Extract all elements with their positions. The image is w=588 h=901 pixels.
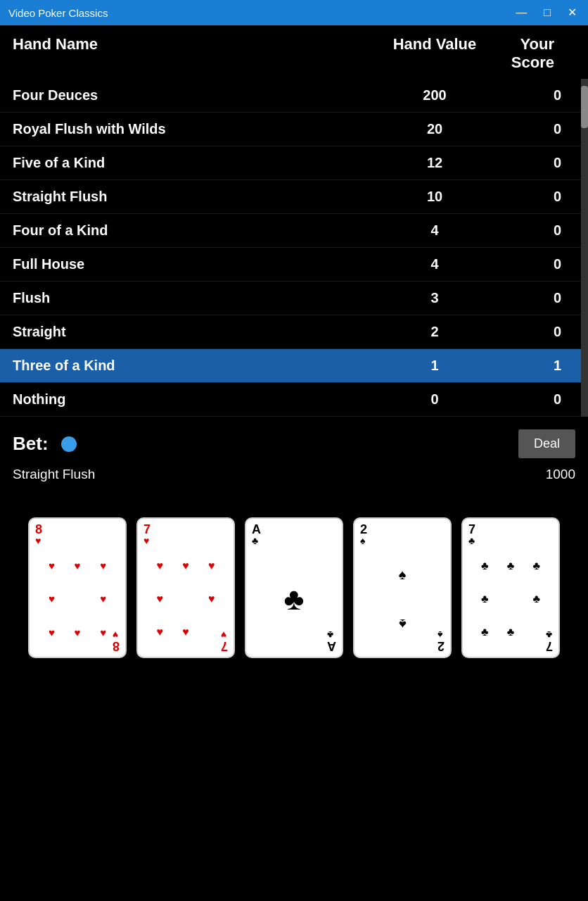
card-suit-top: ♥ (143, 536, 149, 546)
hand-row[interactable]: Five of a Kind 12 0 (0, 146, 588, 180)
header-hand-name: Hand Name (13, 35, 378, 72)
hand-score-cell: 0 (491, 222, 575, 239)
hand-value-cell: 200 (378, 87, 491, 103)
hand-value-cell: 1 (378, 358, 491, 374)
playing-card[interactable]: 2 ♠ ♠ ♠ 2 ♠ (353, 517, 452, 658)
hand-row[interactable]: Full House 4 0 (0, 248, 588, 282)
hand-value-cell: 3 (378, 290, 491, 306)
hand-rows: Four Deuces 200 0 Royal Flush with Wilds… (0, 79, 588, 417)
hand-score-cell: 0 (491, 87, 575, 103)
card-rank-bottom: 8 (113, 640, 120, 653)
card-suit-bottom: ♥ (113, 630, 118, 640)
header-your-score: Your Score (491, 35, 575, 72)
title-bar: Video Poker Classics — □ ✕ (0, 0, 588, 25)
playing-card[interactable]: A ♣ ♣ A ♣ (245, 517, 343, 658)
hand-name-cell: Straight Flush (13, 189, 378, 205)
close-button[interactable]: ✕ (565, 7, 580, 18)
card-suit-top: ♣ (468, 536, 475, 546)
playing-card[interactable]: 7 ♥ ♥ ♥ ♥ ♥ ♥ ♥ ♥ 7 ♥ (136, 517, 235, 658)
hand-name-cell: Royal Flush with Wilds (13, 121, 378, 137)
minimize-button[interactable]: — (513, 7, 530, 18)
card-suit-bottom: ♣ (546, 630, 552, 640)
card-center: ♣ ♣ ♣ ♣ ♣ ♣ ♣ (468, 546, 553, 653)
hand-score-cell: 0 (491, 290, 575, 306)
deal-button[interactable]: Deal (518, 429, 575, 458)
hand-value-cell: 12 (378, 155, 491, 171)
hand-value-cell: 4 (378, 256, 491, 272)
playing-card[interactable]: 8 ♥ ♥ ♥ ♥ ♥ ♥ ♥ ♥ ♥ 8 ♥ (28, 517, 127, 658)
card-rank: 7 (143, 523, 151, 536)
playing-card[interactable]: 7 ♣ ♣ ♣ ♣ ♣ ♣ ♣ ♣ 7 ♣ (461, 517, 560, 658)
hand-value-cell: 4 (378, 222, 491, 239)
hand-value-cell: 2 (378, 324, 491, 340)
card-corner-bottom: A ♣ (327, 630, 336, 653)
card-corner-bottom: 8 ♥ (113, 630, 120, 653)
card-corner-top: A ♣ (252, 523, 336, 546)
main-content: Hand Name Hand Value Your Score Four Deu… (0, 25, 588, 686)
hand-row[interactable]: Royal Flush with Wilds 20 0 (0, 113, 588, 146)
hand-row[interactable]: Straight Flush 10 0 (0, 180, 588, 214)
bet-slider-container (69, 443, 504, 446)
hand-name-cell: Nothing (13, 391, 378, 408)
card-center: ♥ ♥ ♥ ♥ ♥ ♥ ♥ (143, 546, 228, 653)
card-suit-bottom: ♠ (437, 630, 442, 640)
hand-name-cell: Four of a Kind (13, 222, 378, 239)
hand-value-cell: 20 (378, 121, 491, 137)
hand-score-cell: 0 (491, 121, 575, 137)
maximize-button[interactable]: □ (541, 7, 554, 18)
bet-section: Bet: Deal (0, 417, 588, 464)
card-suit-top: ♣ (252, 536, 258, 546)
hand-table: Four Deuces 200 0 Royal Flush with Wilds… (0, 79, 588, 417)
hand-row[interactable]: Flush 3 0 (0, 282, 588, 315)
card-corner-bottom: 2 ♠ (437, 630, 445, 653)
card-suit-bottom: ♥ (221, 630, 226, 640)
hand-name-cell: Three of a Kind (13, 358, 378, 374)
hand-row[interactable]: Four Deuces 200 0 (0, 79, 588, 113)
card-suit-bottom: ♣ (327, 630, 333, 640)
card-rank: 2 (360, 523, 367, 536)
card-corner-top: 8 ♥ (35, 523, 120, 546)
scrollbar[interactable] (581, 79, 588, 417)
hand-value-cell: 10 (378, 189, 491, 205)
card-corner-top: 7 ♣ (468, 523, 553, 546)
hand-score-cell: 0 (491, 155, 575, 171)
bet-slider-thumb[interactable] (61, 436, 77, 452)
hand-row[interactable]: Straight 2 0 (0, 315, 588, 349)
card-center: ♠ ♠ (360, 546, 445, 653)
current-hand-label: Straight Flush (13, 467, 95, 482)
card-rank-bottom: 7 (221, 640, 228, 653)
hand-value-cell: 0 (378, 391, 491, 408)
hand-row[interactable]: Three of a Kind 1 1 (0, 349, 588, 383)
cards-area: 8 ♥ ♥ ♥ ♥ ♥ ♥ ♥ ♥ ♥ 8 ♥ 7 ♥ ♥ ♥ ♥ (0, 496, 588, 686)
hand-score-cell: 0 (491, 189, 575, 205)
scrollbar-thumb[interactable] (581, 86, 588, 128)
hand-score-cell: 1 (491, 358, 575, 374)
table-header: Hand Name Hand Value Your Score (0, 25, 588, 79)
hand-name-cell: Straight (13, 324, 378, 340)
card-rank-bottom: A (327, 640, 336, 653)
card-suit-top: ♥ (35, 536, 41, 546)
card-corner-bottom: 7 ♣ (546, 630, 553, 653)
header-hand-value: Hand Value (378, 35, 491, 72)
card-corner-top: 2 ♠ (360, 523, 445, 546)
window-title: Video Poker Classics (8, 7, 108, 19)
card-rank: A (252, 523, 261, 536)
info-row: Straight Flush 1000 (0, 464, 588, 496)
hand-name-cell: Full House (13, 256, 378, 272)
hand-name-cell: Five of a Kind (13, 155, 378, 171)
hand-row[interactable]: Four of a Kind 4 0 (0, 214, 588, 248)
hand-score-cell: 0 (491, 256, 575, 272)
window-controls: — □ ✕ (513, 7, 580, 18)
card-rank: 7 (468, 523, 475, 536)
score-total: 1000 (546, 467, 575, 482)
card-corner-bottom: 7 ♥ (221, 630, 228, 653)
bet-label: Bet: (13, 433, 55, 455)
hand-row[interactable]: Nothing 0 0 (0, 383, 588, 417)
card-rank-bottom: 7 (546, 640, 553, 653)
hand-score-cell: 0 (491, 391, 575, 408)
hand-score-cell: 0 (491, 324, 575, 340)
card-suit-top: ♠ (360, 536, 365, 546)
card-center: ♥ ♥ ♥ ♥ ♥ ♥ ♥ ♥ (35, 546, 120, 653)
hand-name-cell: Flush (13, 290, 378, 306)
card-center: ♣ (252, 546, 336, 653)
